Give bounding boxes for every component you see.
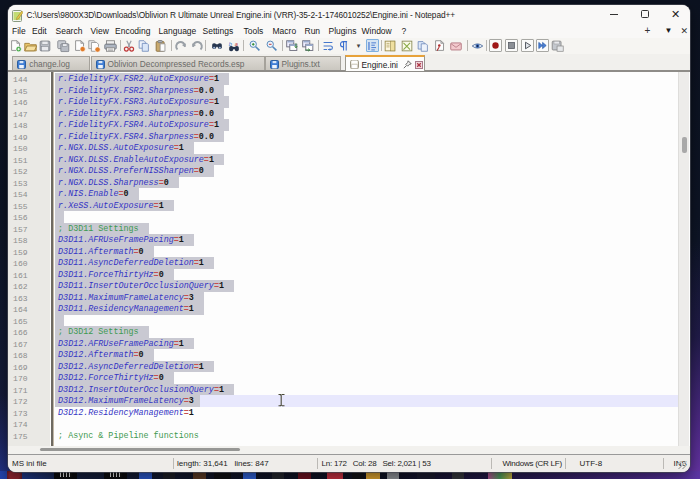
svg-text:b: b <box>229 40 232 46</box>
svg-text:a: a <box>235 40 238 46</box>
